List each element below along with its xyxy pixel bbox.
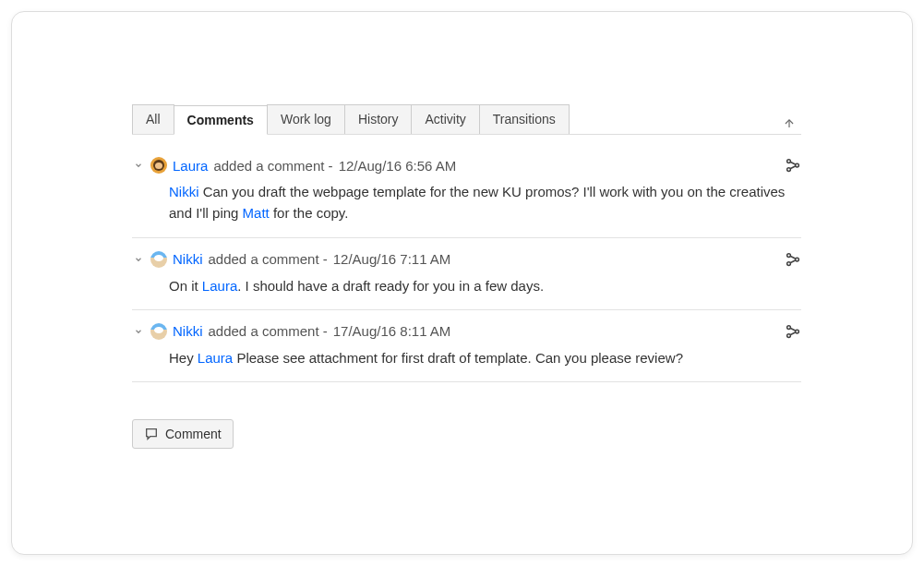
mention-link[interactable]: Matt	[243, 205, 270, 221]
comment-body: Nikki Can you draft the webpage template…	[169, 181, 801, 224]
comment-timestamp: 17/Aug/16 8:11 AM	[333, 323, 451, 339]
permalink-icon[interactable]	[785, 323, 801, 340]
comment-action: added a comment -	[213, 158, 332, 174]
comment-body: Hey Laura Please see attachment for firs…	[169, 347, 801, 368]
chevron-down-icon[interactable]	[132, 161, 145, 170]
permalink-icon[interactable]	[785, 157, 801, 174]
author-link[interactable]: Nikki	[173, 323, 203, 339]
add-comment-button[interactable]: Comment	[132, 419, 234, 449]
tab-activity[interactable]: Activity	[411, 104, 479, 134]
comment-list: Laura added a comment - 12/Aug/16 6:56 A…	[132, 144, 801, 382]
tab-bar: All Comments Work log History Activity T…	[132, 104, 801, 135]
add-comment-label: Comment	[165, 427, 222, 441]
comment-body: On it Laura. I should have a draft ready…	[169, 275, 801, 296]
comment-timestamp: 12/Aug/16 7:11 AM	[333, 251, 451, 267]
comment-item: Nikki added a comment - 12/Aug/16 7:11 A…	[132, 238, 801, 310]
tab-worklog[interactable]: Work log	[267, 104, 345, 134]
author-link[interactable]: Laura	[173, 158, 208, 174]
avatar	[150, 157, 167, 174]
author-link[interactable]: Nikki	[173, 251, 203, 267]
permalink-icon[interactable]	[785, 251, 801, 268]
mention-link[interactable]: Nikki	[169, 184, 199, 199]
activity-panel: All Comments Work log History Activity T…	[11, 11, 913, 555]
avatar	[150, 323, 167, 340]
mention-link[interactable]: Laura	[198, 350, 233, 366]
collapse-icon[interactable]	[777, 114, 801, 134]
comment-item: Nikki added a comment - 17/Aug/16 8:11 A…	[132, 310, 801, 382]
chevron-down-icon[interactable]	[132, 327, 145, 336]
avatar	[150, 251, 167, 268]
tab-comments[interactable]: Comments	[174, 105, 268, 135]
footer: Comment	[132, 419, 801, 449]
tab-history[interactable]: History	[344, 104, 413, 134]
comment-icon	[144, 427, 159, 441]
mention-link[interactable]: Laura	[202, 278, 237, 294]
tab-all[interactable]: All	[132, 104, 174, 134]
tab-transitions[interactable]: Transitions	[479, 104, 570, 134]
chevron-down-icon[interactable]	[132, 255, 145, 264]
comment-item: Laura added a comment - 12/Aug/16 6:56 A…	[132, 144, 801, 238]
comment-timestamp: 12/Aug/16 6:56 AM	[339, 158, 457, 174]
comment-action: added a comment -	[209, 323, 328, 339]
comment-action: added a comment -	[209, 251, 328, 267]
